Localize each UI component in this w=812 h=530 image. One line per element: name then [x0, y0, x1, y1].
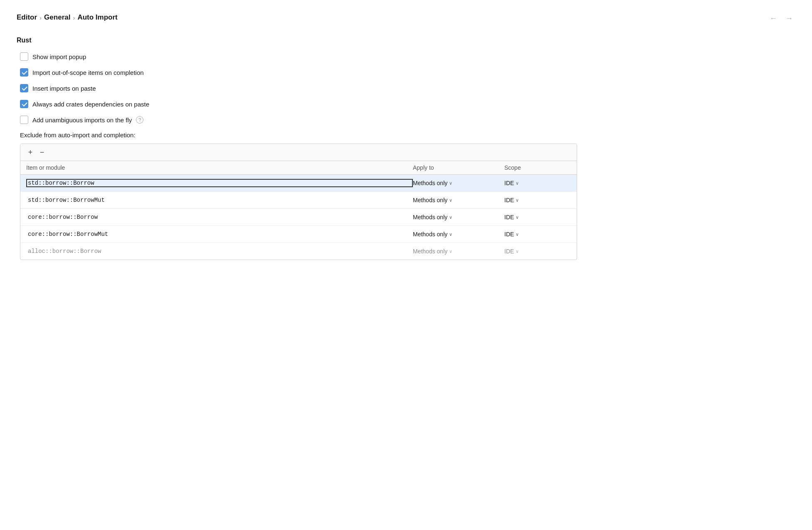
table-header: Item or module Apply to Scope	[20, 161, 577, 175]
checkbox-add-unambiguous[interactable]	[20, 116, 28, 124]
scope-value: IDE	[504, 214, 514, 220]
checkbox-row-import-out-of-scope: Import out-of-scope items on completion	[17, 68, 795, 77]
scope-value: IDE	[504, 248, 514, 255]
exclude-label: Exclude from auto-import and completion:	[17, 131, 795, 139]
apply-to-cell[interactable]: Methods only∨	[413, 180, 504, 186]
item-cell: std::borrow::Borrow	[26, 179, 413, 187]
scope-cell[interactable]: IDE∨	[504, 214, 571, 220]
checkbox-row-add-unambiguous: Add unambiguous imports on the fly?	[17, 116, 795, 124]
scope-dropdown-arrow[interactable]: ∨	[516, 198, 519, 203]
checkbox-always-add-crates[interactable]	[20, 100, 28, 108]
forward-button[interactable]: →	[783, 12, 795, 25]
apply-to-value: Methods only	[413, 180, 447, 186]
back-button[interactable]: ←	[767, 12, 780, 25]
breadcrumb-auto-import[interactable]: Auto Import	[77, 13, 117, 22]
settings-panel: ← → Editor › General › Auto Import Rust …	[0, 0, 812, 530]
col-header-scope: Scope	[504, 164, 571, 171]
apply-to-dropdown-arrow[interactable]: ∨	[449, 215, 452, 220]
checkbox-label-add-unambiguous: Add unambiguous imports on the fly	[32, 116, 132, 124]
apply-to-cell[interactable]: Methods only∨	[413, 214, 504, 220]
table-row[interactable]: alloc::borrow::BorrowMethods only∨IDE∨	[20, 243, 577, 260]
table-row[interactable]: std::borrow::BorrowMethods only∨IDE∨	[20, 175, 577, 192]
scope-value: IDE	[504, 180, 514, 186]
table-row[interactable]: core::borrow::BorrowMethods only∨IDE∨	[20, 209, 577, 226]
apply-to-dropdown-arrow[interactable]: ∨	[449, 232, 452, 237]
scope-dropdown-arrow[interactable]: ∨	[516, 249, 519, 254]
checkbox-import-out-of-scope[interactable]	[20, 68, 28, 77]
checkbox-label-insert-imports-paste: Insert imports on paste	[32, 85, 96, 92]
apply-to-value: Methods only	[413, 197, 447, 203]
nav-arrows: ← →	[767, 12, 795, 25]
breadcrumb-sep-1: ›	[39, 14, 42, 21]
scope-cell[interactable]: IDE∨	[504, 231, 571, 238]
apply-to-dropdown-arrow[interactable]: ∨	[449, 181, 452, 186]
table-rows-container: std::borrow::BorrowMethods only∨IDE∨std:…	[20, 175, 577, 260]
table-row[interactable]: core::borrow::BorrowMutMethods only∨IDE∨	[20, 226, 577, 243]
scope-dropdown-arrow[interactable]: ∨	[516, 232, 519, 237]
breadcrumb: Editor › General › Auto Import	[17, 13, 795, 22]
table-container: + − Item or module Apply to Scope std::b…	[20, 144, 577, 260]
table-row[interactable]: std::borrow::BorrowMutMethods only∨IDE∨	[20, 192, 577, 209]
scope-cell[interactable]: IDE∨	[504, 197, 571, 203]
apply-to-dropdown-arrow[interactable]: ∨	[449, 198, 452, 203]
item-cell: core::borrow::Borrow	[26, 213, 413, 221]
scope-value: IDE	[504, 231, 514, 238]
apply-to-dropdown-arrow[interactable]: ∨	[449, 249, 452, 254]
col-header-apply: Apply to	[413, 164, 504, 171]
scope-cell[interactable]: IDE∨	[504, 248, 571, 255]
breadcrumb-sep-2: ›	[73, 14, 75, 21]
checkboxes-container: Show import popupImport out-of-scope ite…	[17, 52, 795, 124]
scope-cell[interactable]: IDE∨	[504, 180, 571, 186]
table-toolbar: + −	[20, 144, 577, 161]
item-cell: alloc::borrow::Borrow	[26, 247, 413, 255]
checkbox-row-show-import-popup: Show import popup	[17, 52, 795, 61]
checkbox-row-always-add-crates: Always add crates dependencies on paste	[17, 100, 795, 108]
checkbox-show-import-popup[interactable]	[20, 52, 28, 61]
checkbox-label-always-add-crates: Always add crates dependencies on paste	[32, 101, 149, 108]
add-button[interactable]: +	[25, 147, 35, 157]
scope-value: IDE	[504, 197, 514, 203]
breadcrumb-editor[interactable]: Editor	[17, 13, 37, 22]
scope-dropdown-arrow[interactable]: ∨	[516, 215, 519, 220]
checkbox-row-insert-imports-paste: Insert imports on paste	[17, 84, 795, 92]
item-cell: std::borrow::BorrowMut	[26, 196, 413, 204]
checkbox-label-import-out-of-scope: Import out-of-scope items on completion	[32, 69, 144, 76]
apply-to-cell[interactable]: Methods only∨	[413, 197, 504, 203]
apply-to-value: Methods only	[413, 231, 447, 238]
breadcrumb-general[interactable]: General	[44, 13, 70, 22]
help-icon[interactable]: ?	[136, 116, 143, 124]
checkbox-label-show-import-popup: Show import popup	[32, 53, 86, 60]
item-cell: core::borrow::BorrowMut	[26, 230, 413, 238]
apply-to-cell[interactable]: Methods only∨	[413, 231, 504, 238]
apply-to-value: Methods only	[413, 248, 447, 255]
apply-to-value: Methods only	[413, 214, 447, 220]
remove-button[interactable]: −	[37, 147, 47, 157]
section-title: Rust	[17, 37, 795, 44]
col-header-item: Item or module	[26, 164, 413, 171]
checkbox-insert-imports-paste[interactable]	[20, 84, 28, 92]
apply-to-cell[interactable]: Methods only∨	[413, 248, 504, 255]
scope-dropdown-arrow[interactable]: ∨	[516, 181, 519, 186]
